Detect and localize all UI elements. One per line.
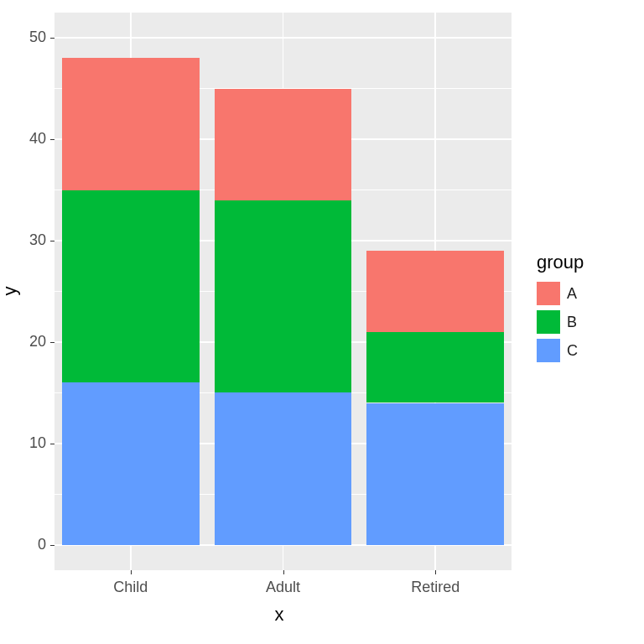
y-tick [50,444,55,444]
bar-segment-C [62,382,200,544]
bar-segment-C [215,392,352,544]
y-axis-title: y [0,281,21,301]
x-tick [283,570,284,574]
bar-segment-B [366,332,504,403]
y-tick-label: 0 [13,536,46,553]
legend-label-A: A [567,285,577,303]
y-tick-label: 30 [13,231,46,249]
legend-label-C: C [567,342,578,360]
legend-key-C [537,339,560,362]
y-tick [50,241,55,242]
plot-panel [55,13,512,570]
y-tick-label: 50 [13,29,46,46]
y-tick-label: 20 [13,333,46,351]
x-tick [435,570,436,574]
bar-segment-B [215,200,352,393]
y-tick [50,545,55,546]
x-tick-label: Retired [393,579,477,596]
y-tick-label: 40 [13,130,46,148]
legend-title: group [537,252,584,273]
legend-key-A [537,282,560,305]
x-tick-label: Child [89,579,173,596]
bar-segment-A [366,251,504,332]
y-tick [50,38,55,39]
bar-segment-A [62,58,200,190]
y-tick [50,139,55,140]
stacked-bar-chart: 01020304050ChildAdultRetiredyxgroupABC [0,0,644,644]
y-tick-label: 10 [13,434,46,452]
bar-segment-A [215,89,352,200]
x-axis-title: x [275,604,284,626]
legend-key-B [537,310,560,334]
x-tick [131,570,132,574]
bar-segment-B [62,190,200,383]
legend-label-B: B [567,314,577,331]
bar-segment-C [366,403,504,545]
x-tick-label: Adult [242,579,325,596]
y-tick [50,342,55,343]
